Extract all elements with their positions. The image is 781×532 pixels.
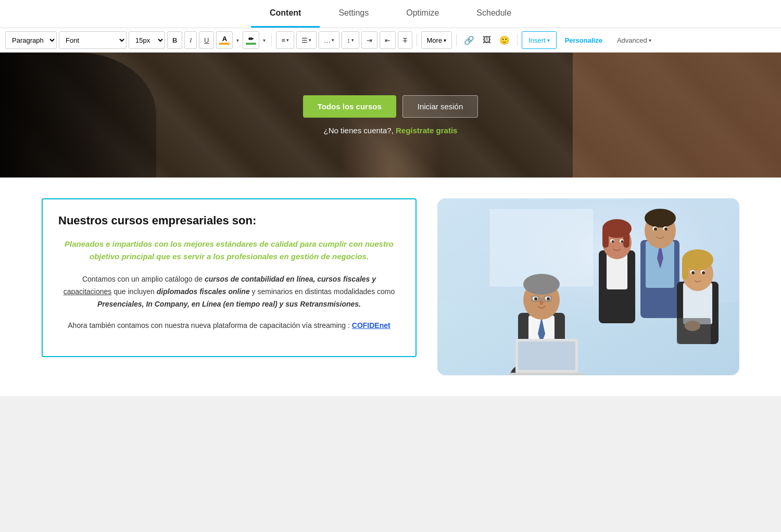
top-navigation: Content Settings Optimize Schedule (0, 0, 781, 28)
clear-format-icon: T̶ (403, 36, 407, 44)
svg-rect-26 (623, 227, 629, 248)
svg-rect-50 (677, 318, 711, 344)
todos-cursos-button[interactable]: Todos los cursos (303, 95, 396, 118)
separator-1 (271, 34, 272, 46)
platform-paragraph: Ahora también contamos con nuestra nueva… (58, 320, 400, 332)
business-image (437, 198, 739, 375)
catalog-paragraph: Contamos con un amplio catálogo de curso… (58, 273, 400, 310)
line-height-button[interactable]: ↕ ▾ (342, 31, 359, 49)
font-color-button[interactable]: A (216, 31, 233, 49)
svg-rect-25 (602, 227, 609, 248)
advanced-button[interactable]: Advanced ▾ (611, 31, 658, 49)
list-chevron: ▾ (309, 37, 311, 43)
font-color-bar (219, 43, 230, 45)
tab-settings[interactable]: Settings (320, 0, 387, 28)
svg-point-17 (539, 300, 544, 305)
more-button[interactable]: More ▾ (421, 31, 452, 49)
highlight-color-bar (246, 43, 256, 45)
ordered-list-chevron: ▾ (332, 37, 334, 43)
svg-rect-19 (518, 341, 575, 370)
business-image-box (437, 198, 739, 375)
indent-button[interactable]: ⇥ (361, 31, 377, 49)
main-content: Nuestros cursos empresariales son: Plane… (0, 178, 781, 396)
advanced-chevron-icon: ▾ (649, 37, 651, 43)
hero-content: Todos los cursos Iniciar sesión ¿No tien… (303, 95, 478, 135)
emoji-button[interactable]: 🙂 (496, 31, 513, 49)
svg-point-48 (702, 271, 705, 274)
personalize-button[interactable]: Personalize (559, 31, 609, 49)
link-button[interactable]: 🔗 (461, 31, 477, 49)
italic-button[interactable]: I (184, 31, 197, 49)
courses-heading: Nuestros cursos empresariales son: (58, 214, 400, 227)
indent-icon: ⇥ (367, 36, 372, 44)
separator-4 (517, 34, 518, 46)
separator-3 (456, 34, 457, 46)
svg-rect-44 (682, 260, 688, 280)
highlight-chevron[interactable]: ▾ (261, 31, 267, 49)
svg-rect-20 (510, 373, 583, 375)
tab-schedule[interactable]: Schedule (458, 0, 530, 28)
tab-optimize[interactable]: Optimize (387, 0, 458, 28)
paragraph-select[interactable]: Paragraph (5, 31, 57, 49)
font-select[interactable]: Font (59, 31, 127, 49)
list-button[interactable]: ☰ ▾ (296, 31, 317, 49)
cofidenet-link[interactable]: COFIDEnet (352, 321, 391, 330)
svg-point-39 (664, 227, 667, 231)
svg-point-47 (691, 271, 695, 274)
svg-point-30 (621, 240, 624, 243)
svg-point-13 (547, 297, 550, 300)
editor-toolbar: Paragraph Font 15px B I U A ▾ ✏ ▾ ≡ ▾ ☰ … (0, 28, 781, 53)
image-button[interactable]: 🖼 (480, 31, 494, 49)
outdent-icon: ⇤ (385, 36, 391, 44)
line-height-icon: ↕ (347, 36, 350, 44)
bold-button[interactable]: B (167, 31, 182, 49)
hero-register-text: ¿No tienes cuenta?, Regístrate gratis (324, 126, 458, 135)
underline-button[interactable]: U (199, 31, 214, 49)
highlight-color-button[interactable]: ✏ (243, 31, 259, 49)
insert-button[interactable]: Insert ▾ (522, 31, 557, 49)
register-link[interactable]: Regístrate gratis (396, 126, 457, 135)
ordered-list-icon: … (324, 36, 331, 44)
clear-format-button[interactable]: T̶ (398, 31, 412, 49)
align-button[interactable]: ≡ ▾ (276, 31, 294, 49)
image-icon: 🖼 (483, 35, 491, 45)
emoji-icon: 🙂 (499, 35, 510, 45)
outdent-button[interactable]: ⇤ (380, 31, 396, 49)
align-chevron: ▾ (286, 37, 289, 43)
svg-point-9 (523, 274, 560, 295)
more-chevron-icon: ▾ (444, 37, 446, 43)
align-icon: ≡ (281, 36, 285, 44)
link-icon: 🔗 (464, 35, 474, 45)
ordered-list-button[interactable]: … ▾ (319, 31, 339, 49)
font-color-chevron[interactable]: ▾ (235, 31, 241, 49)
italic-green-paragraph: Planeados e impartidos con los mejores e… (58, 238, 400, 263)
svg-point-29 (612, 240, 614, 243)
courses-text-box: Nuestros cursos empresariales son: Plane… (42, 198, 417, 357)
svg-point-35 (645, 209, 676, 227)
svg-point-12 (534, 297, 537, 300)
svg-point-38 (654, 227, 657, 231)
iniciar-sesion-button[interactable]: Iniciar sesión (402, 95, 478, 118)
list-icon: ☰ (301, 36, 308, 44)
insert-chevron-icon: ▾ (547, 37, 550, 43)
separator-2 (417, 34, 417, 46)
font-size-select[interactable]: 15px (129, 31, 165, 49)
hero-section: Todos los cursos Iniciar sesión ¿No tien… (0, 53, 781, 178)
hero-buttons: Todos los cursos Iniciar sesión (303, 95, 478, 118)
tab-content[interactable]: Content (251, 0, 320, 28)
business-people-svg (437, 198, 739, 375)
